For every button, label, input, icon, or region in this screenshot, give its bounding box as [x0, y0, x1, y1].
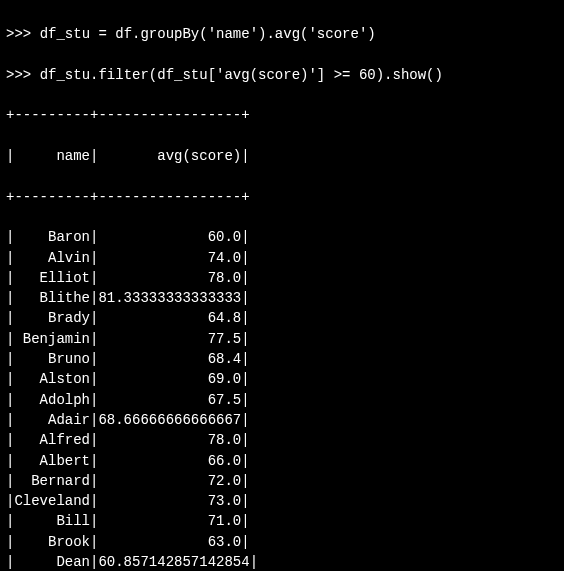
table-border-mid: +---------+-----------------+	[6, 187, 558, 207]
command-2-text: df_stu.filter(df_stu['avg(score)'] >= 60…	[40, 67, 443, 83]
header-name: name	[14, 148, 90, 164]
table-row: |Cleveland| 73.0|	[6, 491, 558, 511]
table-row: | Alvin| 74.0|	[6, 248, 558, 268]
terminal[interactable]: >>> df_stu = df.groupBy('name').avg('sco…	[0, 0, 564, 571]
table-row: | Baron| 60.0|	[6, 227, 558, 247]
command-1-text: df_stu = df.groupBy('name').avg('score')	[40, 26, 376, 42]
table-row: | Brady| 64.8|	[6, 308, 558, 328]
table-row: | Benjamin| 77.5|	[6, 329, 558, 349]
prompt: >>>	[6, 67, 31, 83]
table-row: | Alfred| 78.0|	[6, 430, 558, 450]
table-row: | Brook| 63.0|	[6, 532, 558, 552]
table-row: | Dean|60.857142857142854|	[6, 552, 558, 571]
table-row: | Blithe|81.33333333333333|	[6, 288, 558, 308]
table-border-top: +---------+-----------------+	[6, 105, 558, 125]
header-avg: avg(score)	[98, 148, 241, 164]
command-line-1: >>> df_stu = df.groupBy('name').avg('sco…	[6, 24, 558, 44]
table-row: | Albert| 66.0|	[6, 451, 558, 471]
table-row: | Bill| 71.0|	[6, 511, 558, 531]
table-row: | Elliot| 78.0|	[6, 268, 558, 288]
command-line-2: >>> df_stu.filter(df_stu['avg(score)'] >…	[6, 65, 558, 85]
table-row: | Bernard| 72.0|	[6, 471, 558, 491]
table-row: | Adolph| 67.5|	[6, 390, 558, 410]
table-row: | Bruno| 68.4|	[6, 349, 558, 369]
table-body: | Baron| 60.0|| Alvin| 74.0|| Elliot| 78…	[6, 227, 558, 571]
table-row: | Alston| 69.0|	[6, 369, 558, 389]
table-header: | name| avg(score)|	[6, 146, 558, 166]
prompt: >>>	[6, 26, 31, 42]
table-row: | Adair|68.66666666666667|	[6, 410, 558, 430]
